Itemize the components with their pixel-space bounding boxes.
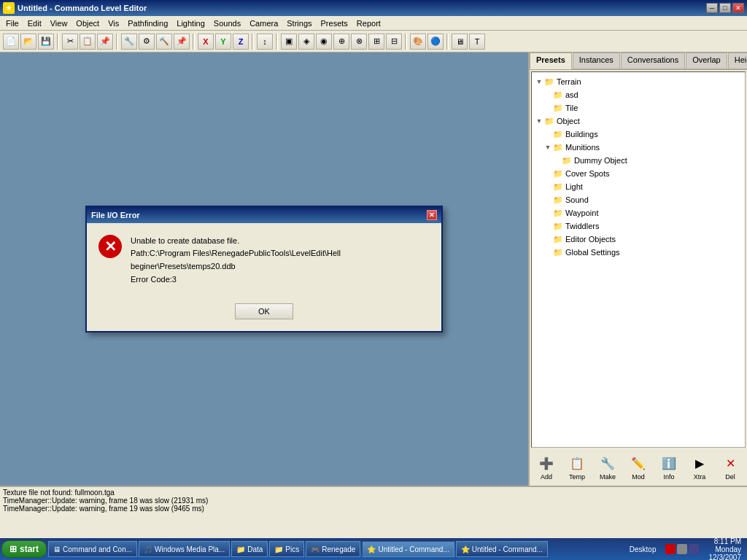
tb-z-axis[interactable]: Z [233,34,249,50]
tb-open[interactable]: 📂 [20,34,36,50]
tree-item-asd[interactable]: 📁 asd [543,88,742,101]
tb-obj6[interactable]: ⊞ [368,34,384,50]
viewport[interactable]: File I/O Error ✕ ✕ Unable to create data… [0,52,528,486]
log-area: Texture file not found: fullmoon.tga Tim… [0,486,747,544]
tree-item-light[interactable]: 📁 Light [543,180,742,193]
tb-tool2[interactable]: ⚙ [139,34,155,50]
expand-icon [543,209,552,217]
log-line-1: Texture file not found: fullmoon.tga [3,489,744,497]
menu-pathfinding[interactable]: Pathfinding [123,16,172,30]
dialog-title: File I/O Error [91,211,140,219]
tree-item-cover-spots[interactable]: 📁 Cover Spots [543,167,742,180]
tb-x-axis[interactable]: X [198,34,214,50]
title-bar-left: ★ Untitled - Commando Level Editor [3,2,147,14]
make-button[interactable]: 🔧 Make [594,451,622,483]
tb-move[interactable]: ↕ [257,34,273,50]
tab-presets[interactable]: Presets [530,52,572,69]
folder-waypoint-icon: 📁 [552,207,564,219]
del-button[interactable]: ✕ Del [716,451,744,483]
mod-button[interactable]: ✏️ Mod [624,451,652,483]
taskbar-item-5[interactable]: ⭐ Untitled - Command... [362,541,454,557]
tree-item-munitions[interactable]: ▼ 📁 Munitions [543,141,742,154]
tree-label: Sound [565,195,589,204]
del-icon: ✕ [721,454,739,472]
menu-view[interactable]: View [46,16,72,30]
tree-item-sound[interactable]: 📁 Sound [543,193,742,206]
file-io-error-dialog: File I/O Error ✕ ✕ Unable to create data… [85,206,443,332]
tb-color2[interactable]: 🔵 [427,34,444,50]
tree-item-terrain[interactable]: ▼ 📁 Terrain [535,75,742,88]
tree-label: Editor Objects [565,235,616,244]
tb-cut[interactable]: ✂ [62,34,78,50]
tree-item-dummy-object[interactable]: 📁 Dummy Object [552,154,742,167]
taskbar-item-3[interactable]: 📁 Pics [269,541,304,557]
menu-camera[interactable]: Camera [245,16,282,30]
folder-asd-icon: 📁 [552,89,564,101]
tab-instances[interactable]: Instances [573,52,620,69]
tb-save[interactable]: 💾 [38,34,54,50]
window-title: Untitled - Commando Level Editor [18,4,147,12]
taskbar-icon-1: 🎵 [144,545,152,553]
tb-paste[interactable]: 📌 [97,34,113,50]
tb-render[interactable]: 🖥 [452,34,468,50]
ok-button[interactable]: OK [235,303,293,319]
menu-lighting[interactable]: Lighting [172,16,209,30]
tree-item-waypoint[interactable]: 📁 Waypoint [543,206,742,219]
tree-item-editor-objects[interactable]: 📁 Editor Objects [543,233,742,246]
taskbar-item-6[interactable]: ⭐ Untitled - Command... [456,541,548,557]
tree-item-tile[interactable]: 📁 Tile [543,101,742,114]
tb-obj4[interactable]: ⊕ [333,34,349,50]
close-button[interactable]: ✕ [732,3,744,13]
tree-item-twiddlers[interactable]: 📁 Twiddlers [543,219,742,233]
temp-button[interactable]: 📋 Temp [563,451,591,483]
mod-icon: ✏️ [630,454,647,472]
tb-tool4[interactable]: 📌 [174,34,190,50]
tb-tool3[interactable]: 🔨 [156,34,172,50]
tb-obj5[interactable]: ⊗ [351,34,367,50]
xtra-button[interactable]: ▶ Xtra [686,451,713,483]
tb-sep1 [57,34,59,50]
dialog-close-button[interactable]: ✕ [427,210,437,220]
maximize-button[interactable]: □ [719,3,731,13]
tb-color1[interactable]: 🎨 [410,34,426,50]
tb-obj1[interactable]: ▣ [281,34,297,50]
menu-strings[interactable]: Strings [282,16,316,30]
menu-object[interactable]: Object [71,16,104,30]
tree-item-buildings[interactable]: 📁 Buildings [543,128,742,141]
preset-tree[interactable]: ▼ 📁 Terrain 📁 asd 📁 Tile ▼ 📁 Object [531,71,746,448]
minimize-button[interactable]: ─ [706,3,718,13]
date-display: 12/3/2007 [709,553,742,561]
info-button[interactable]: ℹ️ Info [655,451,683,483]
tab-conversations[interactable]: Conversations [621,52,685,69]
taskbar-item-0[interactable]: 🖥 Command and Con... [48,541,137,557]
tb-obj2[interactable]: ◈ [298,34,314,50]
expand-icon [543,90,552,99]
tree-item-global-settings[interactable]: 📁 Global Settings [543,246,742,259]
tb-y-axis[interactable]: Y [215,34,231,50]
make-icon: 🔧 [599,454,616,472]
title-bar-buttons: ─ □ ✕ [706,3,744,13]
tb-copy[interactable]: 📋 [80,34,96,50]
tb-text[interactable]: T [469,34,485,50]
add-button[interactable]: ➕ Add [533,451,560,483]
taskbar-item-2[interactable]: 📁 Data [231,541,268,557]
taskbar-icon-6: ⭐ [461,545,470,553]
menu-sounds[interactable]: Sounds [209,16,245,30]
tb-new[interactable]: 📄 [3,34,19,50]
tree-label: Twiddlers [565,222,599,230]
tab-heightfield[interactable]: Heightfield [728,52,747,69]
tree-item-object[interactable]: ▼ 📁 Object [535,114,742,128]
taskbar-item-4[interactable]: 🎮 Renegade [306,541,360,557]
menu-presets[interactable]: Presets [317,16,352,30]
menu-edit[interactable]: Edit [23,16,46,30]
menu-vis[interactable]: Vis [104,16,123,30]
start-button[interactable]: ⊞ start [1,540,47,558]
taskbar-item-1[interactable]: 🎵 Windows Media Pla... [139,541,230,557]
tab-overlap[interactable]: Overlap [686,52,727,69]
menu-report[interactable]: Report [352,16,385,30]
menu-file[interactable]: File [1,16,23,30]
tb-obj3[interactable]: ◉ [316,34,332,50]
tb-tool1[interactable]: 🔧 [121,34,137,50]
taskbar-icon-2: 📁 [236,545,245,553]
tb-obj7[interactable]: ⊟ [386,34,402,50]
